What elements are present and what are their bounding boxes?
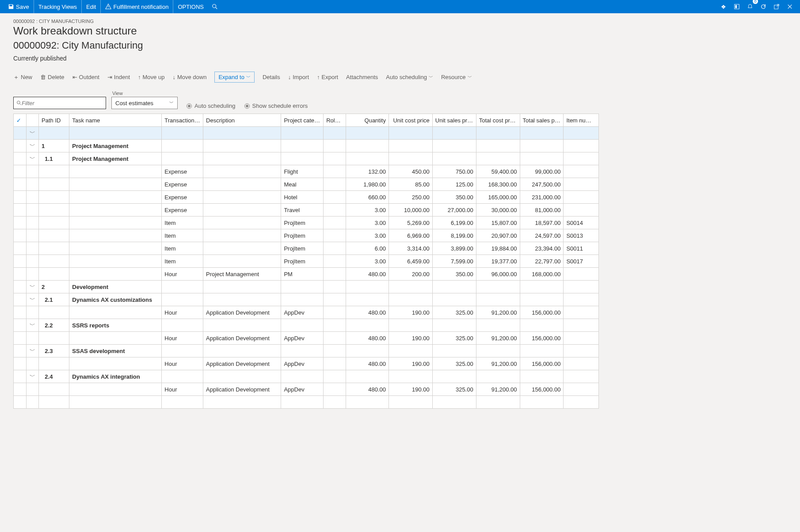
cell[interactable] — [564, 191, 599, 204]
cell[interactable] — [432, 127, 476, 140]
save-button[interactable]: Save — [4, 0, 34, 13]
cell[interactable] — [389, 345, 432, 357]
cell[interactable] — [69, 191, 162, 204]
cell[interactable] — [281, 396, 324, 409]
cell[interactable] — [26, 396, 39, 409]
cell[interactable] — [476, 370, 520, 383]
cell[interactable] — [476, 293, 520, 306]
cell[interactable] — [564, 152, 599, 165]
cell[interactable]: 23,394.00 — [520, 242, 564, 255]
cell[interactable]: 85.00 — [389, 178, 432, 191]
cell[interactable] — [432, 152, 476, 165]
cell[interactable]: Application Development — [203, 306, 281, 319]
cell[interactable] — [520, 319, 564, 332]
cell[interactable] — [39, 268, 69, 281]
cell[interactable] — [39, 255, 69, 268]
cell[interactable]: Hotel — [281, 191, 324, 204]
col-usales[interactable]: Unit sales price — [432, 114, 476, 127]
cell[interactable] — [389, 127, 432, 140]
cell[interactable]: 480.00 — [346, 306, 389, 319]
cell[interactable]: 325.00 — [432, 383, 476, 396]
cell[interactable] — [14, 178, 27, 191]
cell[interactable]: ﹀ — [26, 319, 39, 332]
cell[interactable] — [69, 165, 162, 178]
expand-to-dropdown[interactable]: Expand to ﹀ — [214, 72, 255, 83]
cell[interactable] — [520, 345, 564, 357]
table-row[interactable]: ExpenseFlight132.00450.00750.0059,400.00… — [14, 165, 599, 178]
cell[interactable]: Flight — [281, 165, 324, 178]
cell[interactable] — [281, 281, 324, 293]
cell[interactable] — [346, 127, 389, 140]
cell[interactable] — [14, 165, 27, 178]
cell[interactable] — [389, 140, 432, 152]
table-row[interactable]: ExpenseTravel3.0010,000.0027,000.0030,00… — [14, 204, 599, 217]
cell[interactable]: 325.00 — [432, 306, 476, 319]
cell[interactable] — [432, 370, 476, 383]
cell[interactable] — [203, 255, 281, 268]
cell[interactable] — [564, 306, 599, 319]
cell[interactable] — [203, 152, 281, 165]
cell[interactable] — [564, 383, 599, 396]
col-item[interactable]: Item number — [564, 114, 599, 127]
cell[interactable]: ProjItem — [281, 255, 324, 268]
cell[interactable] — [162, 127, 203, 140]
cell[interactable] — [203, 191, 281, 204]
cell[interactable] — [324, 255, 346, 268]
cell[interactable]: S0011 — [564, 242, 599, 255]
cell[interactable]: 24,597.00 — [520, 229, 564, 242]
cell[interactable]: 250.00 — [389, 191, 432, 204]
cell[interactable] — [14, 345, 27, 357]
table-row[interactable]: ﹀2Development — [14, 281, 599, 293]
cell[interactable]: Expense — [162, 191, 203, 204]
cell[interactable]: Item — [162, 242, 203, 255]
cell[interactable] — [39, 229, 69, 242]
cell[interactable] — [203, 217, 281, 229]
cell[interactable]: Development — [69, 281, 162, 293]
cell[interactable] — [69, 396, 162, 409]
cell[interactable]: AppDev — [281, 332, 324, 345]
cell[interactable]: Hour — [162, 268, 203, 281]
cell[interactable]: Expense — [162, 178, 203, 191]
cell[interactable] — [39, 306, 69, 319]
cell[interactable] — [26, 217, 39, 229]
cell[interactable]: 91,200.00 — [476, 383, 520, 396]
cell[interactable]: 15,807.00 — [476, 217, 520, 229]
cell[interactable]: 200.00 — [389, 268, 432, 281]
cell[interactable] — [281, 370, 324, 383]
cell[interactable] — [69, 383, 162, 396]
cell[interactable] — [39, 242, 69, 255]
cell[interactable] — [203, 178, 281, 191]
cell[interactable]: 480.00 — [346, 268, 389, 281]
cell[interactable] — [324, 357, 346, 370]
cell[interactable]: 3.00 — [346, 255, 389, 268]
cell[interactable]: 165,000.00 — [476, 191, 520, 204]
cell[interactable] — [346, 293, 389, 306]
cell[interactable]: 2.3 — [39, 345, 69, 357]
cell[interactable] — [324, 383, 346, 396]
cell[interactable]: 6,969.00 — [389, 229, 432, 242]
cell[interactable]: Expense — [162, 165, 203, 178]
col-qty[interactable]: Quantity — [346, 114, 389, 127]
refresh-button[interactable] — [757, 0, 770, 13]
cell[interactable] — [203, 370, 281, 383]
table-row[interactable]: HourProject ManagementPM480.00200.00350.… — [14, 268, 599, 281]
cell[interactable] — [203, 140, 281, 152]
cell[interactable] — [14, 268, 27, 281]
cell[interactable] — [203, 396, 281, 409]
cell[interactable] — [324, 306, 346, 319]
cell[interactable]: 231,000.00 — [520, 191, 564, 204]
cell[interactable]: 1,980.00 — [346, 178, 389, 191]
attachments-button[interactable]: Attachments — [346, 74, 378, 80]
table-row[interactable]: HourApplication DevelopmentAppDev480.001… — [14, 383, 599, 396]
cell[interactable] — [26, 332, 39, 345]
cell[interactable] — [203, 204, 281, 217]
show-errors-radio[interactable]: Show schedule errors — [244, 103, 308, 109]
cell[interactable]: 660.00 — [346, 191, 389, 204]
cell[interactable]: 10,000.00 — [389, 204, 432, 217]
cell[interactable]: 59,400.00 — [476, 165, 520, 178]
cell[interactable]: 156,000.00 — [520, 306, 564, 319]
cell[interactable] — [26, 165, 39, 178]
cell[interactable] — [324, 242, 346, 255]
cell[interactable] — [14, 281, 27, 293]
cell[interactable]: S0013 — [564, 229, 599, 242]
